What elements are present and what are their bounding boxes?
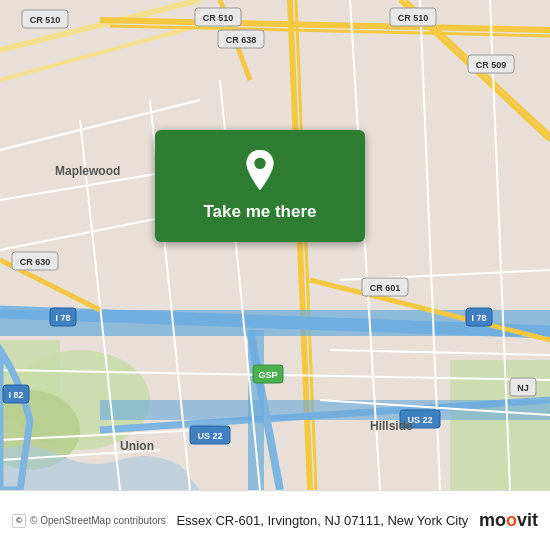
button-overlay: Take me there [155, 130, 365, 242]
svg-text:CR 630: CR 630 [20, 257, 51, 267]
svg-text:I 82: I 82 [8, 390, 23, 400]
svg-rect-21 [248, 330, 264, 490]
openstreetmap-logo: © [12, 514, 26, 528]
svg-text:CR 601: CR 601 [370, 283, 401, 293]
moovit-logo: moovit [479, 510, 538, 531]
svg-text:CR 510: CR 510 [203, 13, 234, 23]
svg-text:I 78: I 78 [471, 313, 486, 323]
svg-text:NJ: NJ [517, 383, 529, 393]
svg-text:CR 638: CR 638 [226, 35, 257, 45]
svg-text:US 22: US 22 [197, 431, 222, 441]
attribution-text: © OpenStreetMap contributors [30, 515, 166, 526]
svg-text:GSP: GSP [258, 370, 277, 380]
bottom-bar: © © OpenStreetMap contributors Essex CR-… [0, 490, 550, 550]
svg-text:CR 510: CR 510 [398, 13, 429, 23]
location-pin-icon [242, 150, 278, 192]
map-container: CR 510 CR 510 CR 510 CR 638 CR 509 CR 63… [0, 0, 550, 490]
map-background: CR 510 CR 510 CR 510 CR 638 CR 509 CR 63… [0, 0, 550, 490]
svg-text:CR 509: CR 509 [476, 60, 507, 70]
svg-text:CR 510: CR 510 [30, 15, 61, 25]
button-label: Take me there [203, 202, 316, 222]
address-text: Essex CR-601, Irvington, NJ 07111, New Y… [166, 513, 479, 528]
osm-attribution: © © OpenStreetMap contributors [12, 514, 166, 528]
svg-text:Union: Union [120, 439, 154, 453]
svg-text:Maplewood: Maplewood [55, 164, 120, 178]
svg-point-69 [254, 158, 265, 169]
svg-text:I 78: I 78 [55, 313, 70, 323]
take-me-there-button[interactable]: Take me there [155, 130, 365, 242]
svg-text:Hillside: Hillside [370, 419, 413, 433]
